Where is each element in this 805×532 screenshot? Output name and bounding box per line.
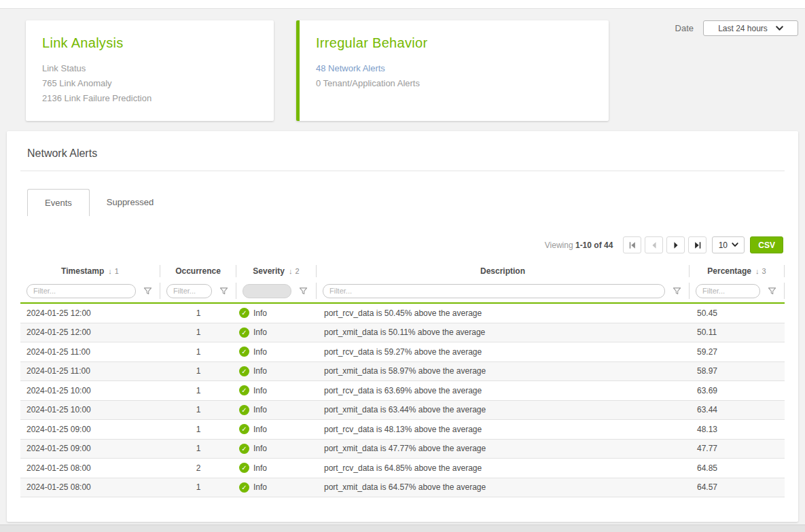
- column-header-occurrence[interactable]: Occurrence: [160, 265, 236, 277]
- column-header-description[interactable]: Description: [317, 265, 690, 277]
- date-label: Date: [675, 23, 694, 33]
- table-row: 2024-01-25 09:00 1 ✓Info port_xmit_data …: [20, 440, 785, 459]
- percentage-cell: 50.45: [690, 308, 785, 318]
- date-range-select[interactable]: Last 24 hours: [703, 20, 798, 36]
- percentage-cell: 64.57: [690, 482, 785, 492]
- timestamp-cell: 2024-01-25 09:00: [20, 444, 160, 453]
- next-page-button[interactable]: [666, 236, 685, 253]
- tab-events[interactable]: Events: [27, 189, 90, 216]
- alerts-tabs: Events Suppressed: [27, 189, 785, 216]
- funnel-filter-icon[interactable]: [143, 287, 152, 296]
- occurrence-cell: 1: [160, 482, 236, 492]
- severity-label: Info: [253, 444, 267, 453]
- skip-last-icon: [693, 241, 702, 249]
- description-cell: port_xmit_data is 50.11% above the avera…: [317, 327, 690, 337]
- info-check-icon: ✓: [239, 347, 249, 357]
- page-size-select[interactable]: 10: [712, 236, 745, 253]
- previous-icon: [650, 241, 658, 249]
- percentage-cell: 50.11: [690, 327, 785, 337]
- link-failure-prediction-line: 2136 Link Failure Prediction: [42, 91, 257, 106]
- severity-cell: ✓Info: [236, 385, 317, 395]
- column-header-severity[interactable]: Severity↓2: [236, 265, 317, 277]
- timestamp-filter-input[interactable]: [26, 284, 136, 298]
- previous-page-button[interactable]: [645, 236, 663, 253]
- timestamp-cell: 2024-01-25 08:00: [20, 482, 160, 492]
- description-cell: port_rcv_data is 50.45% above the averag…: [317, 308, 690, 318]
- first-page-button[interactable]: [623, 236, 641, 253]
- description-cell: port_xmit_data is 63.44% above the avera…: [317, 405, 690, 414]
- filter-cell-severity: [236, 283, 317, 299]
- occurrence-cell: 1: [160, 386, 236, 395]
- viewing-prefix: Viewing: [545, 241, 573, 250]
- percentage-cell: 59.27: [690, 347, 785, 357]
- column-header-percentage[interactable]: Percentage↓3: [690, 265, 785, 277]
- table-row: 2024-01-25 10:00 1 ✓Info port_xmit_data …: [20, 401, 785, 421]
- info-check-icon: ✓: [239, 424, 249, 434]
- info-check-icon: ✓: [239, 308, 249, 318]
- description-cell: port_xmit_data is 58.97% above the avera…: [317, 366, 690, 376]
- funnel-filter-icon[interactable]: [673, 287, 681, 296]
- tab-suppressed[interactable]: Suppressed: [90, 189, 171, 216]
- sort-order-badge: 2: [296, 267, 300, 275]
- sort-desc-icon: ↓: [108, 267, 112, 275]
- date-filter: Date Last 24 hours: [675, 20, 798, 36]
- sort-desc-icon: ↓: [755, 267, 759, 275]
- severity-cell: ✓Info: [236, 347, 317, 357]
- network-alerts-link[interactable]: 48 Network Alerts: [316, 61, 592, 76]
- description-filter-input[interactable]: [323, 284, 665, 298]
- info-check-icon: ✓: [239, 385, 249, 395]
- info-check-icon: ✓: [239, 482, 249, 493]
- link-analysis-title: Link Analysis: [42, 35, 257, 51]
- funnel-filter-icon[interactable]: [219, 287, 228, 296]
- percentage-cell: 63.69: [690, 386, 785, 395]
- timestamp-cell: 2024-01-25 10:00: [20, 405, 160, 414]
- description-cell: port_xmit_data is 64.57% above the avera…: [317, 482, 690, 492]
- info-check-icon: ✓: [239, 405, 249, 415]
- irregular-behavior-card: Irregular Behavior 48 Network Alerts 0 T…: [296, 20, 609, 121]
- percentage-filter-input[interactable]: [696, 284, 760, 298]
- severity-cell: ✓Info: [236, 444, 317, 454]
- info-check-icon: ✓: [239, 327, 249, 338]
- viewing-range: 1-10 of 44: [575, 241, 613, 250]
- severity-cell: ✓Info: [236, 424, 317, 434]
- severity-label: Info: [253, 482, 267, 492]
- funnel-filter-icon[interactable]: [299, 287, 308, 296]
- timestamp-cell: 2024-01-25 08:00: [20, 463, 160, 473]
- description-cell: port_xmit_data is 47.77% above the avera…: [317, 444, 690, 453]
- severity-filter-disabled-select: [243, 284, 291, 298]
- occurrence-filter-input[interactable]: [166, 284, 212, 298]
- viewing-status: Viewing 1-10 of 44: [545, 241, 613, 250]
- funnel-filter-icon[interactable]: [768, 287, 776, 296]
- table-header-row: Timestamp↓1 Occurrence Severity↓2 Descri…: [20, 263, 785, 279]
- timestamp-cell: 2024-01-25 12:00: [20, 308, 160, 318]
- timestamp-cell: 2024-01-25 12:00: [20, 327, 160, 337]
- table-row: 2024-01-25 08:00 2 ✓Info port_rcv_data i…: [20, 459, 785, 478]
- summary-cards-row: Link Analysis Link Status 765 Link Anoma…: [26, 20, 798, 121]
- severity-label: Info: [253, 405, 267, 414]
- link-anomaly-line: 765 Link Anomaly: [42, 76, 257, 91]
- link-status-line: Link Status: [42, 61, 257, 76]
- severity-label: Info: [253, 386, 267, 395]
- info-check-icon: ✓: [239, 444, 249, 454]
- last-page-button[interactable]: [688, 236, 706, 253]
- bottom-footer-strip: [0, 525, 805, 532]
- timestamp-cell: 2024-01-25 11:00: [20, 366, 160, 376]
- table-body: 2024-01-25 12:00 1 ✓Info port_rcv_data i…: [20, 304, 785, 497]
- table-row: 2024-01-25 09:00 1 ✓Info port_rcv_data i…: [20, 420, 785, 440]
- column-header-timestamp[interactable]: Timestamp↓1: [20, 265, 160, 277]
- table-row: 2024-01-25 08:00 1 ✓Info port_xmit_data …: [20, 478, 785, 498]
- severity-label: Info: [253, 347, 267, 357]
- chevron-down-icon: [776, 26, 783, 31]
- csv-export-button[interactable]: CSV: [750, 236, 783, 253]
- severity-label: Info: [253, 308, 267, 318]
- severity-cell: ✓Info: [236, 405, 317, 415]
- percentage-cell: 48.13: [690, 425, 785, 434]
- filter-cell-description: [317, 283, 690, 299]
- occurrence-cell: 1: [160, 425, 236, 434]
- occurrence-cell: 1: [160, 405, 236, 414]
- table-filter-row: [20, 279, 785, 304]
- page-size-value: 10: [719, 241, 728, 250]
- tenant-application-alerts-line: 0 Tenant/Application Alerts: [316, 76, 592, 91]
- occurrence-cell: 1: [160, 327, 236, 337]
- title-divider: [20, 171, 785, 171]
